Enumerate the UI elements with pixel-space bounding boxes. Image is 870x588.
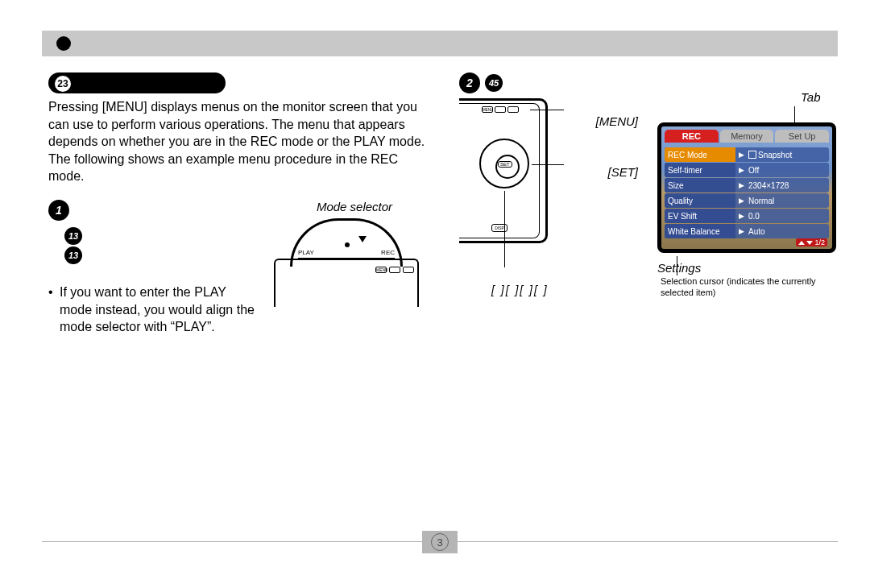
step-1-badge: 1 — [48, 200, 69, 221]
menu-row-value: Normal — [747, 197, 829, 205]
menu-tab: REC — [665, 130, 719, 143]
camera-back-diagram: MENU SET DISP [ ][ ][ ][ ] — [459, 98, 572, 299]
cam-disp-button: DISP — [491, 224, 508, 232]
step-1-row: 1 13 13 If you want to enter the PLAY mo… — [48, 200, 435, 336]
menu-row-name: White Balance — [665, 224, 735, 238]
page-footer: 3 — [42, 541, 838, 572]
menu-row-value: Auto — [747, 227, 829, 236]
menu-row: Size▶2304×1728 — [665, 178, 829, 193]
menu-screen: RECMemorySet Up REC Mode▶SnapshotSelf-ti… — [657, 122, 836, 253]
menu-row-arrow-icon: ▶ — [735, 197, 747, 205]
menu-row-value: Off — [747, 166, 829, 175]
menu-row-arrow-icon: ▶ — [735, 166, 747, 174]
page-down-icon — [806, 241, 813, 245]
menu-row-arrow-icon: ▶ — [735, 212, 747, 220]
diagram-blank-button-1 — [389, 267, 400, 273]
menu-row-name: Self-timer — [665, 163, 735, 177]
step-1-sub-badge-b: 13 — [64, 246, 82, 264]
menu-row-name: Quality — [665, 193, 735, 208]
menu-tab: Memory — [720, 130, 774, 143]
menu-row-arrow-icon: ▶ — [735, 151, 747, 159]
set-pointer-label: [SET] — [582, 165, 638, 179]
mode-selector-diagram: PLAY REC MENU — [274, 218, 419, 307]
mode-selector-label: Mode selector — [274, 200, 435, 213]
section-pill: 23 — [48, 72, 226, 93]
section-number-badge: 23 — [55, 76, 71, 92]
left-column: 23 Pressing [MENU] displays menus on the… — [48, 72, 435, 336]
mode-rec-label: REC — [381, 249, 395, 256]
step-2-badge-b: 45 — [485, 74, 503, 92]
page-up-icon — [798, 241, 805, 245]
page-indicator: 1/2 — [796, 238, 827, 246]
settings-pointer-label: Settings — [657, 261, 843, 275]
menu-row-name: EV Shift — [665, 209, 735, 223]
settings-note: Selection cursor (indicates the currentl… — [657, 276, 843, 299]
cam-set-button: SET — [498, 161, 512, 168]
tab-pointer-label: Tab — [801, 90, 820, 104]
page-number-circle: 3 — [431, 533, 449, 551]
menu-tab: Set Up — [775, 130, 829, 143]
menu-row-value: 0.0 — [747, 212, 829, 221]
right-column: 2 45 MENU SET DISP [ ][ ][ ][ ] — [459, 72, 846, 299]
menu-pointer-label: [MENU] — [582, 114, 638, 128]
menu-row: Self-timer▶Off — [665, 163, 829, 177]
step-1-bullet: If you want to enter the PLAY mode inste… — [48, 284, 258, 336]
menu-row-arrow-icon: ▶ — [735, 227, 747, 235]
section-marker-dot — [56, 36, 71, 51]
menu-row: Quality▶Normal — [665, 193, 829, 208]
menu-row-name: REC Mode — [665, 147, 735, 162]
step-1-sub-badge-a: 13 — [64, 227, 82, 245]
mode-pointer-icon — [358, 236, 367, 242]
intro-paragraph: Pressing [MENU] displays menus on the mo… — [48, 98, 435, 185]
menu-row: White Balance▶Auto — [665, 224, 829, 238]
menu-row-arrow-icon: ▶ — [735, 181, 747, 189]
mode-play-label: PLAY — [298, 249, 314, 256]
page-number: 3 — [437, 536, 442, 549]
page-number-box: 3 — [422, 531, 458, 553]
menu-row: EV Shift▶0.0 — [665, 209, 829, 223]
cam-blank-button-2 — [508, 106, 519, 113]
cam-menu-button: MENU — [482, 106, 493, 113]
cam-blank-button-1 — [495, 106, 506, 113]
menu-screen-block: Tab RECMemorySet Up REC Mode▶SnapshotSel… — [657, 98, 843, 299]
step-2-badge-a: 2 — [459, 72, 480, 93]
menu-row-value: Snapshot — [747, 151, 829, 159]
diagram-blank-button-2 — [403, 267, 414, 273]
diagram-menu-button: MENU — [375, 267, 387, 273]
menu-row-value: 2304×1728 — [747, 181, 829, 190]
menu-row-name: Size — [665, 178, 735, 193]
arrow-brackets-label: [ ][ ][ ][ ] — [491, 284, 549, 296]
menu-row: REC Mode▶Snapshot — [665, 147, 829, 162]
page-indicator-text: 1/2 — [814, 238, 825, 246]
header-bar — [42, 31, 838, 56]
